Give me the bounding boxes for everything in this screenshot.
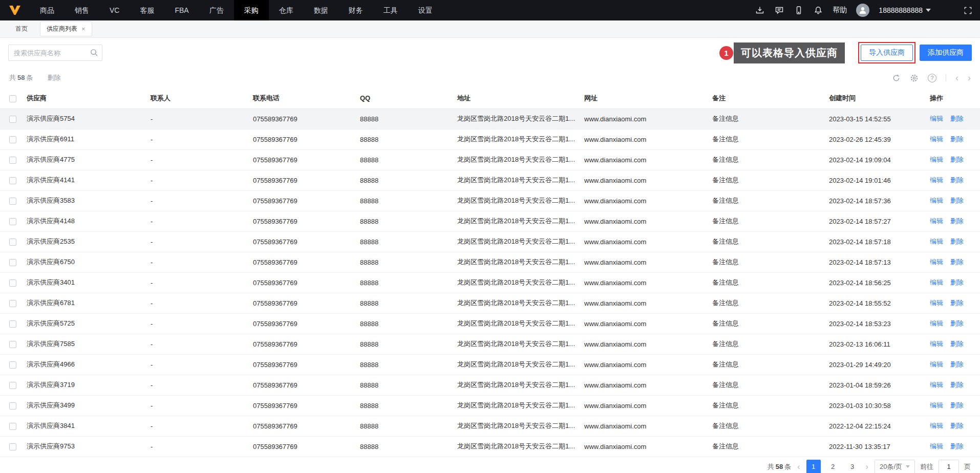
cell-supplier: 演示供应商2535 bbox=[23, 231, 146, 252]
menu-item-settings[interactable]: 设置 bbox=[408, 0, 443, 20]
menu-item-products[interactable]: 商品 bbox=[30, 0, 65, 20]
edit-link[interactable]: 编辑 bbox=[930, 176, 943, 184]
list-header: 共58条 删除 ? ‹ › bbox=[0, 68, 980, 88]
delete-link[interactable]: 删除 bbox=[950, 176, 964, 184]
delete-link[interactable]: 删除 bbox=[950, 442, 964, 450]
add-supplier-button[interactable]: 添加供应商 bbox=[920, 45, 972, 61]
row-checkbox[interactable] bbox=[9, 157, 16, 164]
menu-item-vc[interactable]: VC bbox=[99, 0, 130, 20]
delete-link[interactable]: 删除 bbox=[950, 197, 964, 204]
search-input[interactable] bbox=[8, 45, 102, 61]
row-checkbox[interactable] bbox=[9, 280, 16, 287]
delete-link[interactable]: 删除 bbox=[950, 278, 964, 286]
row-checkbox[interactable] bbox=[9, 341, 16, 348]
import-supplier-button[interactable]: 导入供应商 bbox=[861, 45, 913, 61]
delete-link[interactable]: 删除 bbox=[950, 340, 964, 348]
edit-link[interactable]: 编辑 bbox=[930, 299, 943, 307]
row-checkbox[interactable] bbox=[9, 259, 16, 266]
row-checkbox[interactable] bbox=[9, 382, 16, 389]
cell-qq: 88888 bbox=[356, 334, 453, 354]
menu-item-warehouse[interactable]: 仓库 bbox=[269, 0, 304, 20]
row-checkbox[interactable] bbox=[9, 218, 16, 225]
row-checkbox[interactable] bbox=[9, 116, 16, 123]
refresh-icon[interactable] bbox=[892, 74, 901, 82]
menu-item-finance[interactable]: 财务 bbox=[338, 0, 373, 20]
row-checkbox[interactable] bbox=[9, 423, 16, 430]
edit-link[interactable]: 编辑 bbox=[930, 360, 943, 368]
prev-page-icon[interactable]: ‹ bbox=[796, 462, 801, 471]
edit-link[interactable]: 编辑 bbox=[930, 319, 943, 327]
delete-link[interactable]: 删除 bbox=[950, 360, 964, 368]
edit-link[interactable]: 编辑 bbox=[930, 422, 943, 429]
app-logo[interactable] bbox=[0, 0, 30, 20]
edit-link[interactable]: 编辑 bbox=[930, 197, 943, 204]
menu-item-tools[interactable]: 工具 bbox=[373, 0, 408, 20]
cell-actions: 编辑 删除 bbox=[926, 211, 980, 231]
bell-icon[interactable] bbox=[813, 5, 823, 15]
page-button-3[interactable]: 3 bbox=[845, 460, 860, 473]
menu-item-sales[interactable]: 销售 bbox=[65, 0, 99, 20]
column-settings-gear-icon[interactable] bbox=[910, 74, 919, 82]
row-checkbox[interactable] bbox=[9, 300, 16, 307]
row-checkbox[interactable] bbox=[9, 443, 16, 450]
menu-item-data[interactable]: 数据 bbox=[304, 0, 338, 20]
goto-page-input[interactable] bbox=[939, 460, 959, 473]
edit-link[interactable]: 编辑 bbox=[930, 381, 943, 389]
tab-supplier-list[interactable]: 供应商列表 × bbox=[40, 22, 92, 36]
search-icon[interactable] bbox=[90, 48, 98, 57]
row-checkbox[interactable] bbox=[9, 320, 16, 328]
page-button-1[interactable]: 1 bbox=[806, 460, 821, 473]
download-icon[interactable] bbox=[755, 5, 765, 15]
collapse-left-icon[interactable]: ‹ bbox=[955, 73, 958, 82]
delete-link[interactable]: 删除 bbox=[950, 135, 964, 143]
edit-link[interactable]: 编辑 bbox=[930, 401, 943, 409]
menu-item-service[interactable]: 客服 bbox=[130, 0, 164, 20]
menu-item-purchase[interactable]: 采购 bbox=[234, 0, 269, 20]
menu-item-ads[interactable]: 广告 bbox=[199, 0, 234, 20]
row-checkbox-cell bbox=[0, 211, 23, 231]
mobile-icon[interactable] bbox=[794, 5, 804, 15]
account-dropdown[interactable]: 18888888888 bbox=[879, 6, 931, 14]
edit-link[interactable]: 编辑 bbox=[930, 238, 943, 245]
edit-link[interactable]: 编辑 bbox=[930, 340, 943, 348]
avatar[interactable] bbox=[856, 4, 869, 17]
delete-link[interactable]: 删除 bbox=[950, 115, 964, 122]
bulk-delete-button[interactable]: 删除 bbox=[47, 73, 60, 82]
delete-link[interactable]: 删除 bbox=[950, 299, 964, 307]
tab-home[interactable]: 首页 bbox=[9, 22, 34, 36]
delete-link[interactable]: 删除 bbox=[950, 422, 964, 429]
help-link[interactable]: 帮助 bbox=[833, 6, 847, 15]
delete-link[interactable]: 删除 bbox=[950, 156, 964, 163]
edit-link[interactable]: 编辑 bbox=[930, 442, 943, 450]
select-all-checkbox[interactable] bbox=[9, 95, 16, 102]
delete-link[interactable]: 删除 bbox=[950, 401, 964, 409]
row-checkbox[interactable] bbox=[9, 361, 16, 369]
delete-link[interactable]: 删除 bbox=[950, 238, 964, 245]
collapse-right-icon[interactable]: › bbox=[968, 73, 971, 82]
delete-link[interactable]: 删除 bbox=[950, 381, 964, 389]
edit-link[interactable]: 编辑 bbox=[930, 156, 943, 163]
help-question-icon[interactable]: ? bbox=[928, 74, 936, 82]
edit-link[interactable]: 编辑 bbox=[930, 115, 943, 122]
delete-link[interactable]: 删除 bbox=[950, 319, 964, 327]
edit-link[interactable]: 编辑 bbox=[930, 135, 943, 143]
page-size-select[interactable]: 20条/页 bbox=[875, 460, 915, 473]
edit-link[interactable]: 编辑 bbox=[930, 217, 943, 225]
row-checkbox[interactable] bbox=[9, 239, 16, 246]
delete-link[interactable]: 删除 bbox=[950, 258, 964, 266]
cell-actions: 编辑 删除 bbox=[926, 109, 980, 129]
close-icon[interactable]: × bbox=[81, 26, 86, 32]
fullscreen-icon[interactable] bbox=[963, 5, 973, 15]
row-checkbox[interactable] bbox=[9, 198, 16, 205]
page-button-2[interactable]: 2 bbox=[826, 460, 840, 473]
row-checkbox[interactable] bbox=[9, 177, 16, 184]
message-icon[interactable] bbox=[774, 5, 784, 15]
row-checkbox[interactable] bbox=[9, 402, 16, 410]
menu-item-fba[interactable]: FBA bbox=[164, 0, 199, 20]
edit-link[interactable]: 编辑 bbox=[930, 258, 943, 266]
row-checkbox[interactable] bbox=[9, 136, 16, 143]
edit-link[interactable]: 编辑 bbox=[930, 278, 943, 286]
delete-link[interactable]: 删除 bbox=[950, 217, 964, 225]
cell-contact: - bbox=[146, 211, 249, 231]
next-page-icon[interactable]: › bbox=[865, 462, 869, 471]
